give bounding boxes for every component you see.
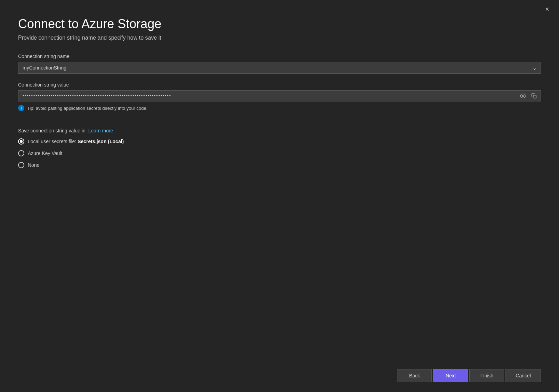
connection-value-input-wrapper [18, 90, 541, 101]
radio-none[interactable] [18, 162, 24, 168]
connection-name-input-wrapper [18, 62, 541, 74]
radio-group: Local user secrets file: Secrets.json (L… [18, 138, 541, 168]
copy-button[interactable] [530, 92, 538, 99]
finish-button[interactable]: Finish [469, 369, 504, 382]
tip-text: Tip: avoid pasting application secrets d… [27, 106, 147, 111]
radio-item-local[interactable]: Local user secrets file: Secrets.json (L… [18, 138, 541, 145]
dialog-subtitle: Provide connection string name and speci… [18, 35, 541, 41]
radio-local-label: Local user secrets file: Secrets.json (L… [28, 139, 124, 144]
dialog-container: × Connect to Azure Storage Provide conne… [0, 0, 559, 392]
radio-item-keyvault[interactable]: Azure Key Vault [18, 150, 541, 156]
input-icons [519, 92, 538, 100]
svg-rect-1 [533, 95, 536, 98]
save-label: Save connection string value in [18, 128, 86, 133]
close-button[interactable]: × [542, 4, 552, 14]
radio-none-label: None [28, 162, 39, 168]
connection-name-label: Connection string name [18, 54, 541, 59]
cancel-button[interactable]: Cancel [505, 369, 541, 382]
radio-keyvault-label: Azure Key Vault [28, 150, 62, 156]
learn-more-link[interactable]: Learn more [88, 128, 113, 133]
radio-item-none[interactable]: None [18, 162, 541, 168]
eye-icon [520, 93, 526, 99]
copy-icon [531, 93, 537, 99]
svg-point-0 [522, 95, 524, 97]
connection-value-field-group: Connection string value i [18, 82, 541, 111]
tip-container: i Tip: avoid pasting application secrets… [18, 105, 541, 111]
connection-name-input[interactable] [18, 62, 541, 74]
radio-keyvault[interactable] [18, 150, 24, 156]
next-button[interactable]: Next [433, 369, 468, 382]
connection-value-label: Connection string value [18, 82, 541, 88]
toggle-visibility-button[interactable] [519, 92, 528, 100]
connection-name-field-group: Connection string name [18, 54, 541, 74]
dialog-footer: Back Next Finish Cancel [18, 361, 541, 392]
dialog-title: Connect to Azure Storage [18, 17, 541, 31]
info-icon: i [18, 105, 24, 111]
back-button[interactable]: Back [397, 369, 432, 382]
connection-value-input[interactable] [18, 90, 541, 101]
radio-local[interactable] [18, 138, 24, 145]
save-section: Save connection string value in Learn mo… [18, 128, 541, 133]
